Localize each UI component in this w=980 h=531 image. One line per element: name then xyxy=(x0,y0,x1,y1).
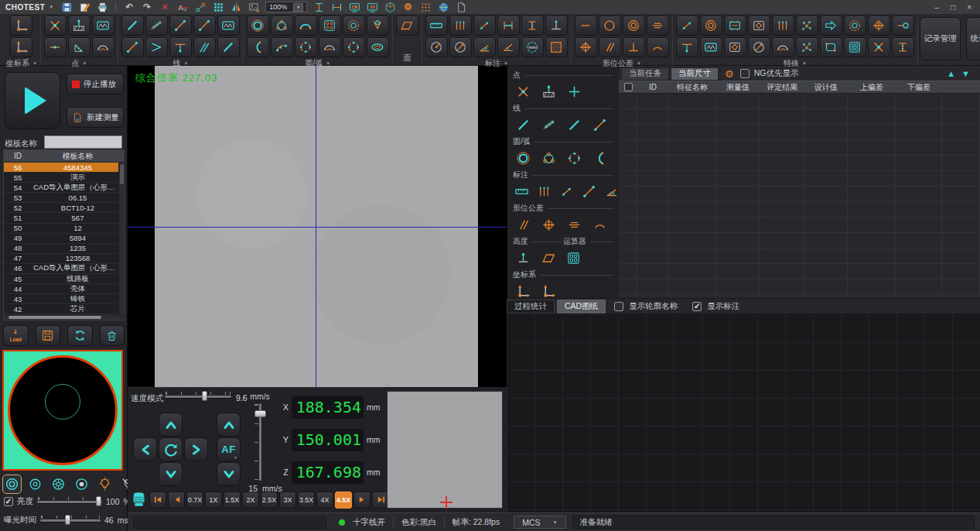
dimension-tool-6[interactable] xyxy=(545,15,568,36)
palette-dim-distance[interactable] xyxy=(537,183,551,200)
palette-circle-scan[interactable] xyxy=(565,149,583,166)
palette-line-plain[interactable] xyxy=(565,116,583,133)
palette-point-center[interactable] xyxy=(565,83,583,100)
special-tool-4[interactable] xyxy=(748,15,770,36)
delete-template-button[interactable] xyxy=(100,325,125,346)
palette-point-intersect[interactable] xyxy=(514,83,532,100)
template-row[interactable]: 42芯片 xyxy=(4,304,124,314)
line-tool-4[interactable] xyxy=(193,15,216,36)
line-tool-7[interactable] xyxy=(145,37,168,57)
circle-arc-tool-11[interactable] xyxy=(343,37,365,57)
load-template-button[interactable]: Load xyxy=(3,325,29,346)
navigation-preview[interactable] xyxy=(387,391,503,509)
special-tool-1[interactable] xyxy=(676,15,698,36)
new-measurement-button[interactable]: 新建测量 xyxy=(67,107,124,128)
chevron-down-icon[interactable]: ▼ xyxy=(293,3,303,12)
line-tool-8[interactable] xyxy=(169,37,192,57)
move-down-icon[interactable]: ▼ xyxy=(961,69,970,78)
point-tool-5[interactable] xyxy=(68,37,90,57)
palette-line-segment[interactable] xyxy=(591,116,609,133)
select-all-checkbox[interactable] xyxy=(624,83,633,91)
light-matrix-icon[interactable] xyxy=(419,1,432,13)
refresh-templates-button[interactable] xyxy=(67,325,93,346)
jog-up-button[interactable] xyxy=(159,413,183,437)
circle-arc-tool-10[interactable] xyxy=(319,37,341,57)
template-table-vscrollbar[interactable] xyxy=(118,163,124,315)
jog-right-button[interactable] xyxy=(184,437,208,461)
cube-3d-icon[interactable] xyxy=(384,1,396,13)
toolbar-group-dropdown-dimension[interactable]: ▼ xyxy=(504,61,508,66)
dimension-tool-5[interactable] xyxy=(521,15,544,36)
segment-light-icon[interactable] xyxy=(49,474,68,494)
tab-cad-drawing[interactable]: CAD图纸 xyxy=(557,300,606,313)
gdt-tool-1[interactable] xyxy=(575,15,597,36)
dimension-tool-4[interactable] xyxy=(497,15,520,36)
special-tool-16[interactable] xyxy=(796,37,818,57)
special-tool-9[interactable] xyxy=(868,15,890,36)
template-table-hscrollbar[interactable] xyxy=(4,314,125,320)
show-annotation-checkbox[interactable] xyxy=(692,302,702,311)
template-row[interactable]: 564584345 xyxy=(4,163,124,173)
play-button[interactable] xyxy=(5,72,60,129)
gdt-tool-5[interactable] xyxy=(575,37,597,57)
delete-icon[interactable]: × xyxy=(159,1,171,13)
palette-gdt-profile[interactable] xyxy=(591,216,609,233)
array-grid-icon[interactable] xyxy=(212,1,224,13)
zoom-select[interactable]: 100%▼ xyxy=(265,2,307,12)
line-tool-3[interactable] xyxy=(169,15,192,36)
gdt-tool-2[interactable] xyxy=(599,15,621,36)
tab-current-dimension[interactable]: 当前尺寸 xyxy=(671,67,719,81)
zoom-step-1.5x[interactable]: 1.5X xyxy=(224,492,241,509)
template-row[interactable]: 52BCT10-12 xyxy=(4,203,124,213)
statistics-analysis-button[interactable]: 统计分析 xyxy=(966,17,980,60)
page-switch-icon[interactable] xyxy=(455,1,467,13)
maximize-button[interactable]: □ xyxy=(951,3,955,12)
point-tool-1[interactable] xyxy=(44,15,67,36)
special-tool-13[interactable] xyxy=(724,37,746,57)
toolbar-group-dropdown-special[interactable]: ▼ xyxy=(802,61,807,66)
dimension-tool-10[interactable] xyxy=(497,37,520,57)
undo-icon[interactable]: ↶ xyxy=(123,1,135,13)
template-row[interactable]: 54CAD导入单图层（心形工件... xyxy=(4,183,124,193)
save-template-button[interactable] xyxy=(36,325,61,346)
template-row[interactable]: 5306.15 xyxy=(4,193,124,203)
special-tool-11[interactable] xyxy=(676,37,698,57)
record-management-button[interactable]: 记录管理 xyxy=(920,17,961,60)
special-tool-20[interactable] xyxy=(892,37,914,57)
special-tool-10[interactable] xyxy=(892,15,914,36)
circle-arc-tool-6[interactable] xyxy=(367,15,389,36)
dimension-tool-3[interactable] xyxy=(473,15,496,36)
palette-dim-angle[interactable]: θ xyxy=(604,183,619,200)
special-tool-7[interactable] xyxy=(820,15,842,36)
special-tool-15[interactable] xyxy=(772,37,794,57)
move-up-icon[interactable]: ▲ xyxy=(947,69,955,78)
line-tool-1[interactable] xyxy=(121,15,144,36)
palette-height-plane[interactable] xyxy=(540,249,558,266)
toolbar-group-dropdown-point[interactable]: ▼ xyxy=(82,61,87,66)
point-tool-2[interactable] xyxy=(68,15,90,36)
palette-gdt-symmetry[interactable] xyxy=(565,216,583,233)
palette-point-keyboard[interactable] xyxy=(540,83,558,100)
special-tool-17[interactable] xyxy=(820,37,842,57)
zoom-step-2.5x[interactable]: 2.5X xyxy=(261,492,278,509)
dimension-tool-2[interactable] xyxy=(449,15,472,36)
stop-playback-button[interactable]: 停止播放 xyxy=(67,74,124,94)
brightness-slider[interactable] xyxy=(37,496,102,507)
gdt-tool-4[interactable] xyxy=(647,15,669,36)
circle-arc-tool-4[interactable] xyxy=(319,15,341,36)
dimension-tool-9[interactable]: θ xyxy=(473,37,496,57)
z-speed-slider[interactable] xyxy=(253,403,267,481)
palette-gdt-position[interactable] xyxy=(540,216,558,233)
circle-arc-tool-7[interactable] xyxy=(247,37,269,57)
zoom-step-3.5x[interactable]: 3.5X xyxy=(298,492,315,509)
zoom-step-2x[interactable]: 2X xyxy=(242,492,259,509)
csys-tool-2[interactable] xyxy=(10,37,32,57)
circle-arc-tool-1[interactable] xyxy=(247,15,269,36)
gdt-tool-8[interactable] xyxy=(647,37,669,57)
palette-line[interactable] xyxy=(514,116,532,133)
palette-arc[interactable] xyxy=(591,149,609,166)
ng-priority-checkbox[interactable] xyxy=(740,69,750,78)
jog-center-button[interactable] xyxy=(159,437,183,461)
autofocus-button[interactable]: AF▼ xyxy=(217,437,241,461)
image-export-icon[interactable] xyxy=(248,1,260,13)
